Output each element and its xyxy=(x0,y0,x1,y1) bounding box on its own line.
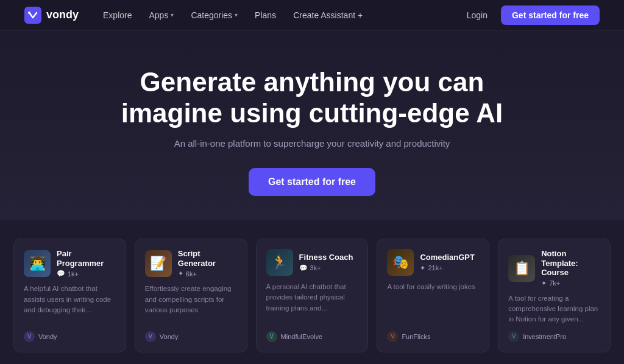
card-footer: V FunFlicks xyxy=(387,331,479,342)
card-stat: ✦ 7k+ xyxy=(541,279,600,287)
card-thumbnail: 📝 xyxy=(145,250,172,277)
card-footer: V Vondy xyxy=(24,331,116,342)
card-stat: 💬 3k+ xyxy=(299,264,353,272)
card-title: Fitness Coach xyxy=(299,253,353,262)
logo-text: vondy xyxy=(46,9,79,21)
card-author: MindfulEvolve xyxy=(281,333,322,340)
card-title: Notion Template: Course xyxy=(541,249,600,278)
card-thumbnail: 📋 xyxy=(508,255,535,282)
card-footer: V MindfulEvolve xyxy=(266,331,358,342)
categories-chevron-icon: ▾ xyxy=(235,12,238,18)
hero-cta-button[interactable]: Get started for free xyxy=(249,168,375,196)
card-stat-icon: ✦ xyxy=(541,279,547,287)
card-title-group: ComedianGPT ✦ 21k+ xyxy=(420,253,475,272)
card-title-group: Notion Template: Course ✦ 7k+ xyxy=(541,249,600,287)
login-link[interactable]: Login xyxy=(461,7,494,24)
card-fitness-coach[interactable]: 🏃 Fitness Coach 💬 3k+ A personal AI chat… xyxy=(256,239,369,352)
card-thumbnail: 🎭 xyxy=(387,249,414,276)
card-header: 👨‍💻 Pair Programmer 💬 1k+ xyxy=(24,249,116,278)
svg-rect-0 xyxy=(24,7,41,24)
card-description: A tool for creating a comprehensive lear… xyxy=(508,293,600,325)
cards-section: 👨‍💻 Pair Programmer 💬 1k+ A helpful AI c… xyxy=(0,220,624,364)
nav-create-assistant[interactable]: Create Assistant + xyxy=(286,7,370,24)
card-header: 🎭 ComedianGPT ✦ 21k+ xyxy=(387,249,479,276)
card-header: 📝 Script Generator ✦ 6k+ xyxy=(145,249,237,278)
hero-subtext: An all-in-one platform to supercharge yo… xyxy=(174,138,450,149)
card-author-icon: V xyxy=(387,331,398,342)
card-author-icon: V xyxy=(266,331,277,342)
card-description: A personal AI chatbot that provides tail… xyxy=(266,282,358,325)
card-stat-icon: 💬 xyxy=(299,264,308,272)
card-author: InvestmentPro xyxy=(523,333,566,340)
card-title: Script Generator xyxy=(178,249,237,268)
nav-explore[interactable]: Explore xyxy=(96,7,139,24)
card-author-icon: V xyxy=(24,331,35,342)
card-header: 🏃 Fitness Coach 💬 3k+ xyxy=(266,249,358,276)
nav-right: Login Get started for free xyxy=(461,5,600,25)
card-author: Vondy xyxy=(160,333,179,340)
card-author-icon: V xyxy=(145,331,156,342)
logo[interactable]: vondy xyxy=(24,7,79,24)
card-stat-icon: ✦ xyxy=(420,264,425,272)
card-stat-icon: 💬 xyxy=(57,270,65,278)
nav-get-started-button[interactable]: Get started for free xyxy=(501,5,600,25)
card-stat-value: 3k+ xyxy=(310,264,321,271)
card-stat: ✦ 21k+ xyxy=(420,264,475,272)
card-thumbnail: 🏃 xyxy=(266,249,293,276)
card-stat-icon: ✦ xyxy=(178,270,183,278)
card-author: FunFlicks xyxy=(402,333,430,340)
card-comedian-gpt[interactable]: 🎭 ComedianGPT ✦ 21k+ A tool for easily w… xyxy=(377,239,489,352)
svg-point-1 xyxy=(28,12,30,14)
card-stat: ✦ 6k+ xyxy=(178,270,237,278)
nav-apps[interactable]: Apps ▾ xyxy=(141,7,181,24)
card-stat-value: 6k+ xyxy=(186,270,197,278)
card-notion-template[interactable]: 📋 Notion Template: Course ✦ 7k+ A tool f… xyxy=(498,239,611,352)
card-title-group: Script Generator ✦ 6k+ xyxy=(178,249,237,278)
card-title-group: Pair Programmer 💬 1k+ xyxy=(57,249,116,278)
card-author: Vondy xyxy=(38,333,57,340)
card-thumbnail: 👨‍💻 xyxy=(24,250,51,277)
card-footer: V Vondy xyxy=(145,331,237,342)
card-author-icon: V xyxy=(508,331,519,342)
nav-plans[interactable]: Plans xyxy=(247,7,283,24)
card-stat-value: 7k+ xyxy=(549,279,560,287)
card-title: Pair Programmer xyxy=(57,249,116,268)
card-description: Effortlessly create engaging and compell… xyxy=(145,284,237,324)
card-script-generator[interactable]: 📝 Script Generator ✦ 6k+ Effortlessly cr… xyxy=(135,239,247,352)
card-title: ComedianGPT xyxy=(420,253,475,262)
nav-categories[interactable]: Categories ▾ xyxy=(183,7,245,24)
card-stat-value: 21k+ xyxy=(428,264,442,271)
card-stat-value: 1k+ xyxy=(68,270,79,278)
card-pair-programmer[interactable]: 👨‍💻 Pair Programmer 💬 1k+ A helpful AI c… xyxy=(13,239,126,352)
nav-links: Explore Apps ▾ Categories ▾ Plans Create… xyxy=(96,7,461,24)
card-description: A tool for easily writing jokes xyxy=(387,282,479,325)
hero-headline: Generate anything you can imagine using … xyxy=(99,67,525,128)
apps-chevron-icon: ▾ xyxy=(171,12,174,18)
card-footer: V InvestmentPro xyxy=(508,331,600,342)
navigation: vondy Explore Apps ▾ Categories ▾ Plans … xyxy=(0,0,624,30)
card-header: 📋 Notion Template: Course ✦ 7k+ xyxy=(508,249,600,287)
card-title-group: Fitness Coach 💬 3k+ xyxy=(299,253,353,272)
cards-grid: 👨‍💻 Pair Programmer 💬 1k+ A helpful AI c… xyxy=(13,239,611,352)
card-description: A helpful AI chatbot that assists users … xyxy=(24,284,116,324)
hero-section: Generate anything you can imagine using … xyxy=(0,30,624,220)
card-stat: 💬 1k+ xyxy=(57,270,116,278)
